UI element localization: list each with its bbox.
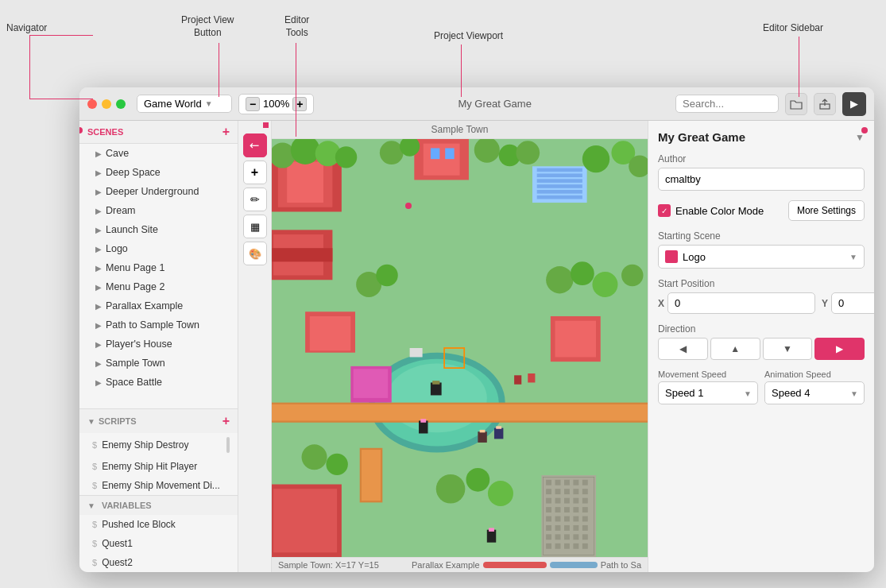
search-input[interactable] bbox=[675, 95, 779, 113]
svg-rect-82 bbox=[555, 525, 561, 531]
starting-scene-select[interactable]: Logo ▼ bbox=[658, 245, 865, 269]
svg-rect-64 bbox=[573, 489, 578, 494]
animation-speed-select[interactable]: Speed 1 Speed 2 Speed 3 Speed 4 bbox=[764, 381, 865, 404]
title-bar: Game World ▼ − 100% + My Great Game ▶ bbox=[79, 87, 874, 121]
svg-rect-74 bbox=[573, 507, 578, 513]
direction-left-button[interactable]: ◀ bbox=[658, 338, 708, 360]
script-item-enemy-ship-hit-player[interactable]: $ Enemy Ship Hit Player bbox=[79, 457, 238, 476]
scene-item-path-to-sample-town[interactable]: ▶ Path to Sample Town bbox=[79, 315, 238, 335]
viewport-canvas[interactable] bbox=[272, 139, 648, 557]
svg-rect-51 bbox=[362, 450, 381, 501]
script-item-enemy-ship-destroy[interactable]: $ Enemy Ship Destroy bbox=[79, 433, 238, 457]
color-mode-text: Enable Color Mode bbox=[675, 205, 764, 217]
svg-point-13 bbox=[380, 141, 404, 164]
folder-icon-button[interactable] bbox=[785, 93, 807, 115]
draw-tool-icon: ✏ bbox=[250, 193, 260, 206]
scene-item-menu-page-2[interactable]: ▶ Menu Page 2 bbox=[79, 277, 238, 296]
color-mode-checkbox[interactable]: ✓ bbox=[658, 204, 671, 217]
starting-scene-label: Starting Scene bbox=[658, 230, 865, 242]
scene-item-deeper-underground[interactable]: ▶ Deeper Underground bbox=[79, 182, 238, 201]
add-tool-button[interactable]: + bbox=[243, 161, 267, 184]
draw-tool-button[interactable]: ✏ bbox=[243, 188, 267, 211]
scene-item-sample-town[interactable]: ▶ Sample Town bbox=[79, 354, 238, 373]
variable-name-quest1: Quest1 bbox=[102, 538, 133, 549]
tile-tool-icon: ▦ bbox=[250, 221, 260, 233]
scene-item-launch-site[interactable]: ▶ Launch Site bbox=[79, 220, 238, 239]
add-scene-button[interactable]: + bbox=[222, 126, 230, 138]
variable-item-quest2[interactable]: $ Quest2 bbox=[79, 553, 238, 572]
scene-item-cave[interactable]: ▶ Cave bbox=[79, 144, 238, 163]
script-item-enemy-ship-movement[interactable]: $ Enemy Ship Movement Di... bbox=[79, 476, 238, 495]
svg-rect-84 bbox=[573, 525, 578, 531]
variable-name-quest2: Quest2 bbox=[102, 557, 133, 568]
paint-tool-button[interactable]: 🎨 bbox=[243, 242, 267, 265]
close-button[interactable] bbox=[87, 99, 97, 109]
scene-item-menu-page-1[interactable]: ▶ Menu Page 1 bbox=[79, 258, 238, 277]
x-input[interactable] bbox=[667, 292, 815, 314]
scripts-label: SCRIPTS bbox=[99, 416, 222, 426]
scene-dropdown[interactable]: Game World ▼ bbox=[137, 95, 232, 113]
y-input[interactable] bbox=[831, 292, 874, 314]
scripts-header[interactable]: ▼ SCRIPTS + bbox=[79, 409, 238, 433]
scene-expand-icon: ▶ bbox=[95, 226, 102, 234]
center-area: ↖ + ✏ ▦ 🎨 Sample Town bbox=[238, 121, 648, 572]
zoom-in-button[interactable]: + bbox=[292, 97, 307, 111]
maximize-button[interactable] bbox=[116, 99, 126, 109]
direction-field-group: Direction ◀ ▲ ▼ ▶ bbox=[658, 323, 865, 360]
variable-item-quest1[interactable]: $ Quest1 bbox=[79, 534, 238, 553]
scene-expand-icon: ▶ bbox=[95, 245, 102, 253]
variables-header[interactable]: ▼ VARIABLES bbox=[79, 496, 238, 515]
scene-item-deep-space[interactable]: ▶ Deep Space bbox=[79, 163, 238, 182]
movement-speed-select[interactable]: Speed 1 Speed 2 Speed 3 Speed 4 bbox=[658, 381, 758, 404]
add-tool-icon: + bbox=[251, 165, 258, 180]
scene-item-logo[interactable]: ▶ Logo bbox=[79, 239, 238, 258]
add-script-button[interactable]: + bbox=[222, 414, 230, 428]
scene-item-dream[interactable]: ▶ Dream bbox=[79, 201, 238, 220]
variable-item-pushed-ice-block[interactable]: $ Pushed Ice Block bbox=[79, 515, 238, 534]
more-settings-button[interactable]: More Settings bbox=[788, 200, 865, 221]
project-view-button-annotation: Project ViewButton bbox=[181, 14, 234, 39]
editor-sidebar-annotation: Editor Sidebar bbox=[763, 22, 823, 33]
select-tool-button[interactable]: ↖ bbox=[243, 133, 267, 157]
app-window: Game World ▼ − 100% + My Great Game ▶ bbox=[79, 87, 874, 572]
main-content: SCENES + ▶ Cave ▶ Deep Space ▶ Deeper Un… bbox=[79, 121, 874, 572]
svg-rect-41 bbox=[432, 381, 439, 385]
export-icon-button[interactable] bbox=[814, 93, 836, 115]
svg-point-45 bbox=[571, 261, 594, 285]
svg-rect-83 bbox=[564, 525, 570, 531]
direction-down-button[interactable]: ▼ bbox=[763, 338, 813, 360]
minimize-button[interactable] bbox=[102, 99, 111, 109]
svg-rect-62 bbox=[555, 489, 561, 494]
svg-rect-12 bbox=[445, 148, 454, 159]
movement-speed-wrapper: Speed 1 Speed 2 Speed 3 Speed 4 bbox=[658, 381, 758, 404]
start-position-field-group: Start Position X Y bbox=[658, 278, 865, 314]
x-label: X bbox=[658, 298, 664, 309]
tile-tool-button[interactable]: ▦ bbox=[243, 215, 267, 238]
svg-point-100 bbox=[488, 481, 513, 506]
svg-rect-69 bbox=[573, 498, 578, 504]
scene-name-cave: Cave bbox=[106, 148, 129, 159]
svg-rect-37 bbox=[310, 316, 350, 350]
svg-rect-101 bbox=[419, 420, 428, 433]
script-name-enemy-ship-movement: Enemy Ship Movement Di... bbox=[102, 480, 220, 491]
author-input[interactable] bbox=[658, 168, 865, 191]
scene-item-parallax-example[interactable]: ▶ Parallax Example bbox=[79, 296, 238, 315]
select-tool-icon: ↖ bbox=[246, 137, 264, 154]
svg-point-46 bbox=[592, 272, 617, 297]
svg-rect-53 bbox=[273, 489, 337, 552]
editor-tools-indicator bbox=[263, 122, 269, 128]
direction-up-button[interactable]: ▲ bbox=[710, 338, 760, 360]
scene-item-players-house[interactable]: ▶ Player's House bbox=[79, 335, 238, 354]
viewport-status-bar: Sample Town: X=17 Y=15 Parallax Example … bbox=[272, 557, 648, 572]
scene-expand-icon: ▶ bbox=[95, 149, 102, 158]
direction-right-button[interactable]: ▶ bbox=[814, 338, 865, 360]
scene-item-space-battle[interactable]: ▶ Space Battle bbox=[79, 373, 238, 392]
scene-expand-icon: ▶ bbox=[95, 321, 102, 330]
svg-point-8 bbox=[335, 146, 357, 168]
script-icon: $ bbox=[92, 481, 97, 490]
play-button[interactable]: ▶ bbox=[842, 92, 866, 116]
x-field: X bbox=[658, 292, 815, 314]
svg-rect-91 bbox=[546, 544, 551, 549]
scene-name-path-to-sample-town: Path to Sample Town bbox=[106, 319, 199, 331]
zoom-out-button[interactable]: − bbox=[246, 97, 260, 111]
